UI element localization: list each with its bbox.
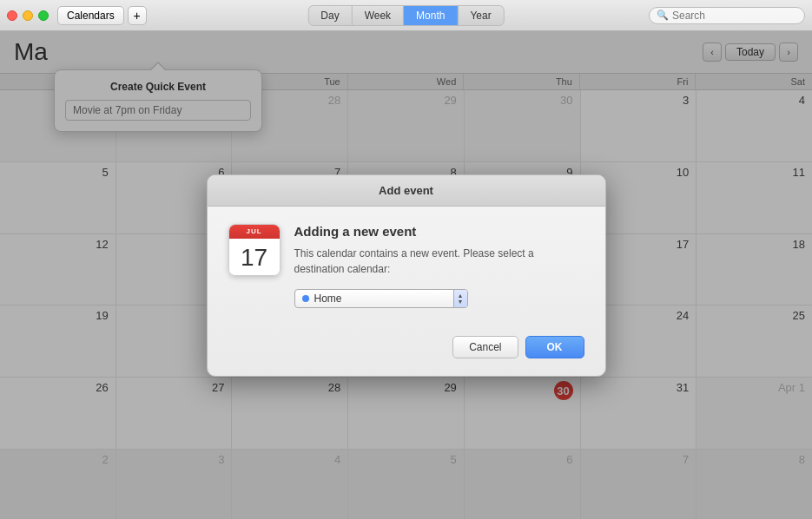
nav-tabs: Day Week Month Year [307, 5, 504, 26]
close-button[interactable] [7, 10, 17, 21]
calendar-icon: JUL 17 [228, 224, 281, 276]
calendars-button[interactable]: Calendars [57, 6, 124, 25]
tab-week[interactable]: Week [353, 6, 404, 25]
calendar-dot [302, 295, 309, 302]
add-button[interactable]: + [128, 6, 147, 25]
search-input[interactable] [672, 10, 797, 22]
chevron-up-icon: ▲ [458, 292, 464, 299]
modal-title: Add event [208, 175, 605, 207]
minimize-button[interactable] [23, 10, 33, 21]
cal-icon-day: 17 [229, 239, 280, 276]
select-arrows-icon: ▲ ▼ [453, 290, 467, 307]
modal-footer: Cancel OK [208, 325, 605, 376]
search-icon: 🔍 [657, 10, 669, 21]
window-controls [7, 10, 49, 21]
calendars-label: Calendars [67, 10, 115, 22]
cal-icon-month: JUL [229, 225, 280, 239]
modal-description: This calendar contains a new event. Plea… [294, 246, 584, 277]
calendar-select[interactable]: Home ▲ ▼ [294, 289, 468, 308]
tab-year[interactable]: Year [458, 6, 503, 25]
add-event-modal: Add event JUL 17 Adding a new event This… [207, 174, 606, 377]
modal-body: JUL 17 Adding a new event This calendar … [208, 207, 605, 325]
calendar-area: Ma ‹ Today › Sun Mon Tue Wed Thu Fri Sat… [0, 31, 812, 519]
modal-event-title: Adding a new event [294, 224, 584, 239]
modal-text-section: Adding a new event This calendar contain… [294, 224, 584, 308]
calendar-select-label: Home [314, 292, 460, 305]
cancel-button[interactable]: Cancel [452, 336, 518, 358]
tab-day[interactable]: Day [308, 6, 352, 25]
chevron-down-icon: ▼ [458, 299, 464, 305]
search-box: 🔍 [649, 7, 805, 24]
modal-overlay: Add event JUL 17 Adding a new event This… [0, 31, 812, 519]
tab-month[interactable]: Month [404, 6, 458, 25]
add-icon: + [134, 9, 141, 23]
ok-button[interactable]: OK [525, 336, 584, 358]
maximize-button[interactable] [38, 10, 49, 21]
titlebar: Calendars + Day Week Month Year 🔍 [0, 0, 812, 31]
